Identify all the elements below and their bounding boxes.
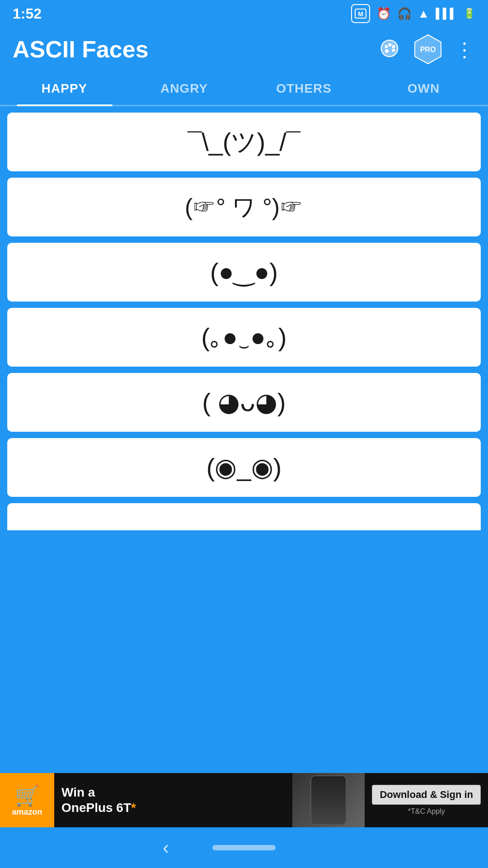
face-card-surprise[interactable]: (◉_◉) [7, 438, 481, 497]
ad-cta-button[interactable]: Download & Sign in [372, 785, 481, 805]
tab-happy[interactable]: HAPPY [5, 71, 124, 105]
ad-cta-area[interactable]: Download & Sign in *T&C Apply [365, 780, 488, 820]
nav-pill [212, 845, 276, 850]
svg-point-4 [385, 45, 388, 48]
face-card-happy3[interactable]: ( ◕ᴗ◕) [7, 373, 481, 432]
tab-own[interactable]: OWN [364, 71, 483, 105]
status-bar: 1:52 M ⏰ 🎧 ▲ ▌▌▌ 🔋 [0, 0, 488, 27]
face-text-happy3: ( ◕ᴗ◕) [202, 387, 286, 417]
ad-logo: 🛒 amazon [0, 773, 54, 827]
ad-text-area: Win a OnePlus 6T* [54, 780, 292, 820]
pro-badge[interactable]: PRO [414, 35, 442, 63]
status-icons: M ⏰ 🎧 ▲ ▌▌▌ 🔋 [351, 4, 476, 23]
ad-product-text: OnePlus 6T* [61, 801, 136, 815]
face-text-smile2: (｡●‿●｡) [202, 322, 287, 352]
tab-bar: HAPPY ANGRY OTHERS OWN [0, 71, 488, 106]
ad-win-text: Win a [61, 785, 95, 799]
ad-cart-icon: 🛒 [15, 784, 40, 807]
svg-point-5 [389, 43, 392, 47]
tab-angry[interactable]: ANGRY [124, 71, 244, 105]
nav-bar: ‹ [0, 827, 488, 868]
svg-point-6 [392, 45, 395, 48]
svg-text:M: M [358, 10, 363, 18]
ad-amazon-text: amazon [12, 807, 42, 817]
face-text-surprise: (◉_◉) [206, 452, 282, 482]
ad-phone-shape [310, 775, 347, 825]
svg-point-8 [385, 49, 389, 53]
svg-text:PRO: PRO [420, 46, 436, 53]
battery-icon: 🔋 [463, 8, 475, 19]
face-text-point: (☞° ワ °)☞ [185, 193, 303, 221]
mi-icon: M [351, 4, 370, 23]
face-card-smile2[interactable]: (｡●‿●｡) [7, 308, 481, 367]
face-card-smile1[interactable]: (●‿●) [7, 243, 481, 302]
header-actions: PRO ⋮ [378, 35, 475, 63]
face-text-shrug: ¯\_(ツ)_/¯ [188, 127, 300, 157]
face-card-shrug[interactable]: ¯\_(ツ)_/¯ [7, 113, 481, 171]
face-card-partial[interactable] [7, 503, 481, 530]
svg-point-7 [392, 49, 395, 52]
ad-main-text: Win a OnePlus 6T* [61, 785, 285, 815]
back-button[interactable]: ‹ [163, 837, 169, 859]
more-options-icon[interactable]: ⋮ [455, 38, 475, 61]
palette-icon[interactable] [378, 37, 401, 62]
tab-others[interactable]: OTHERS [244, 71, 364, 105]
ad-phone-image [292, 773, 365, 827]
face-list: ¯\_(ツ)_/¯ (☞° ワ °)☞ (●‿●) (｡●‿●｡) ( ◕ᴗ◕)… [0, 106, 488, 773]
ad-terms: *T&C Apply [408, 807, 445, 816]
app-title: ASCII Faces [13, 36, 149, 63]
status-time: 1:52 [13, 5, 42, 22]
app-header: ASCII Faces PRO ⋮ [0, 27, 488, 71]
face-card-point[interactable]: (☞° ワ °)☞ [7, 178, 481, 236]
svg-point-3 [381, 40, 398, 57]
wifi-icon: ▲ [418, 7, 430, 21]
signal-icon: ▌▌▌ [436, 8, 457, 19]
alarm-icon: ⏰ [376, 7, 391, 21]
headphones-icon: 🎧 [397, 7, 412, 21]
ad-banner[interactable]: 🛒 amazon Win a OnePlus 6T* Download & Si… [0, 773, 488, 827]
face-text-smile1: (●‿●) [210, 257, 278, 287]
